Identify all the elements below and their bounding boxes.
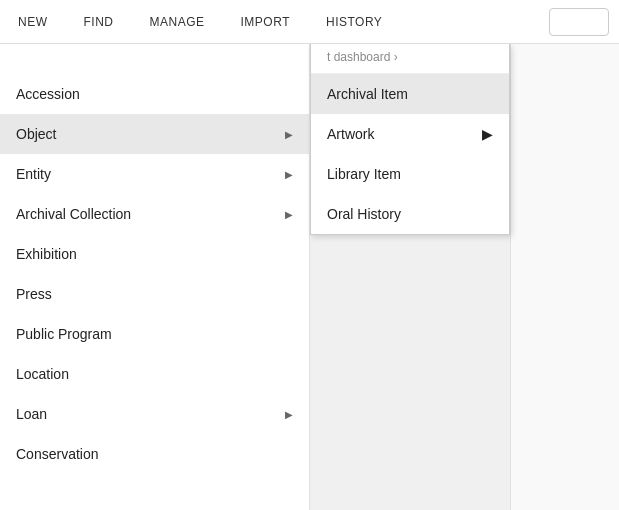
menu-item-accession-label: Accession (16, 86, 80, 102)
sub-menu-item-archival-item-label: Archival Item (327, 86, 408, 102)
right-panel (510, 44, 619, 510)
sub-menu-item-library-item-label: Library Item (327, 166, 401, 182)
nav-item-import[interactable]: IMPORT (233, 11, 298, 33)
sub-menu-item-artwork[interactable]: Artwork ▶ (311, 114, 509, 154)
sub-menu-item-oral-history-label: Oral History (327, 206, 401, 222)
chevron-right-icon-artwork: ▶ (482, 126, 493, 142)
chevron-right-icon-entity: ▶ (285, 169, 293, 180)
breadcrumb-text: t dashboard › (327, 50, 398, 64)
menu-item-conservation-label: Conservation (16, 446, 99, 462)
top-nav: NEW FIND MANAGE IMPORT HISTORY (0, 0, 619, 44)
menu-item-press[interactable]: Press (0, 274, 309, 314)
menu-item-loan-label: Loan (16, 406, 47, 422)
menu-item-object[interactable]: Object ▶ (0, 114, 309, 154)
nav-item-history[interactable]: HISTORY (318, 11, 390, 33)
menu-item-public-program-label: Public Program (16, 326, 112, 342)
nav-item-new[interactable]: NEW (10, 11, 56, 33)
content-wrapper: Accession Object ▶ Entity ▶ Archival Col… (0, 44, 619, 510)
menu-item-loan[interactable]: Loan ▶ (0, 394, 309, 434)
menu-item-entity-label: Entity (16, 166, 51, 182)
chevron-right-icon-loan: ▶ (285, 409, 293, 420)
search-box[interactable] (549, 8, 609, 36)
menu-item-object-label: Object (16, 126, 56, 142)
sub-menu-item-archival-item[interactable]: Archival Item (311, 74, 509, 114)
breadcrumb-spacer (0, 44, 309, 74)
left-menu: Accession Object ▶ Entity ▶ Archival Col… (0, 44, 310, 510)
menu-item-exhibition-label: Exhibition (16, 246, 77, 262)
menu-item-conservation[interactable]: Conservation (0, 434, 309, 474)
menu-item-press-label: Press (16, 286, 52, 302)
nav-item-find[interactable]: FIND (76, 11, 122, 33)
chevron-right-icon: ▶ (285, 129, 293, 140)
menu-item-public-program[interactable]: Public Program (0, 314, 309, 354)
chevron-right-icon-archival: ▶ (285, 209, 293, 220)
menu-item-location-label: Location (16, 366, 69, 382)
breadcrumb: t dashboard › (311, 44, 509, 74)
menu-item-accession[interactable]: Accession (0, 74, 309, 114)
menu-item-location[interactable]: Location (0, 354, 309, 394)
sub-menu-item-library-item[interactable]: Library Item (311, 154, 509, 194)
menu-item-archival-collection-label: Archival Collection (16, 206, 131, 222)
menu-item-exhibition[interactable]: Exhibition (0, 234, 309, 274)
nav-item-manage[interactable]: MANAGE (142, 11, 213, 33)
sub-menu-object: t dashboard › Archival Item Artwork ▶ Li… (310, 44, 510, 235)
sub-menu-item-artwork-label: Artwork (327, 126, 374, 142)
menu-item-entity[interactable]: Entity ▶ (0, 154, 309, 194)
sub-menu-item-oral-history[interactable]: Oral History (311, 194, 509, 234)
menu-item-archival-collection[interactable]: Archival Collection ▶ (0, 194, 309, 234)
